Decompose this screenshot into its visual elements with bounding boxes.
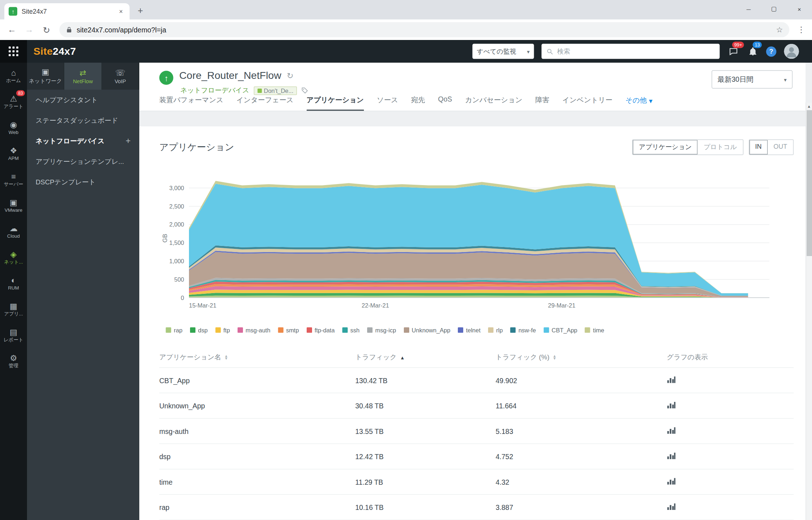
sidebar-item-vmware[interactable]: ▣VMware: [0, 192, 27, 218]
notifications-button[interactable]: 13: [747, 45, 759, 57]
menu-item-app-templates[interactable]: アプリケーションテンプレ...: [27, 151, 139, 172]
legend-item-CBT_App[interactable]: CBT_App: [543, 327, 577, 333]
forward-button[interactable]: →: [22, 22, 37, 37]
graph-cell: [667, 494, 794, 520]
scroll-up-icon[interactable]: ▲: [806, 103, 812, 109]
search-input[interactable]: [557, 48, 715, 55]
column-header-3[interactable]: トラフィック (%)▲▼: [496, 348, 667, 368]
show-graph-icon[interactable]: [667, 504, 676, 512]
monitor-tab-active[interactable]: アプリケーション: [306, 95, 364, 111]
legend-label: dsp: [198, 327, 208, 333]
show-graph-icon[interactable]: [667, 377, 676, 385]
new-tab-button[interactable]: +: [133, 3, 148, 18]
monitor-tab[interactable]: カンバセーション: [465, 95, 522, 111]
monitor-tab[interactable]: ソース: [377, 95, 398, 111]
legend-item-msg-icp[interactable]: msg-icp: [367, 327, 396, 333]
show-graph-icon[interactable]: [667, 479, 676, 487]
time-range-dropdown[interactable]: 最新30日間 ▾: [712, 70, 793, 89]
legend-item-ftp[interactable]: ftp: [215, 327, 230, 333]
sidebar-item-network[interactable]: ◈ネット...: [0, 244, 27, 270]
reload-button[interactable]: ↻: [39, 22, 54, 37]
refresh-monitor-icon[interactable]: ↻: [287, 71, 294, 81]
column-header-2[interactable]: トラフィック▲: [355, 348, 496, 368]
sidebar-item-report[interactable]: ▤レポート: [0, 322, 27, 348]
sidebar-item-admin[interactable]: ⚙管理: [0, 348, 27, 374]
monitor-tag[interactable]: Don't_De...: [253, 86, 297, 95]
legend-item-telnet[interactable]: telnet: [458, 327, 481, 333]
app-header: Site24x7 すべての監視 ▾ 99+ 13 ?: [0, 40, 812, 63]
show-graph-icon[interactable]: [667, 428, 676, 436]
global-search[interactable]: [542, 44, 720, 59]
monitor-tab[interactable]: 障害: [535, 95, 549, 111]
menu-item-help-assistant[interactable]: ヘルプアシスタント: [27, 90, 139, 110]
show-graph-icon[interactable]: [667, 453, 676, 462]
apps-grid-button[interactable]: [0, 40, 27, 63]
legend-item-rlp[interactable]: rlp: [488, 327, 503, 333]
legend-item-dsp[interactable]: dsp: [190, 327, 208, 333]
menu-item-status-dashboard[interactable]: ステータスダッシュボード: [27, 110, 139, 131]
legend-label: msg-auth: [245, 327, 270, 333]
sidebar-item-app[interactable]: ▦アプリ...: [0, 296, 27, 322]
legend-label: msg-icp: [375, 327, 396, 333]
add-netflow-device-button[interactable]: +: [126, 136, 131, 146]
show-graph-icon[interactable]: [667, 403, 676, 411]
browser-menu-icon[interactable]: ⋮: [795, 25, 808, 35]
sidebar-item-rum[interactable]: ◐RUM: [0, 270, 27, 296]
view-toggle-option[interactable]: プロトコル: [698, 140, 743, 155]
view-toggle-option[interactable]: アプリケーション: [633, 140, 698, 155]
scrollbar-thumb[interactable]: [807, 110, 812, 256]
close-button[interactable]: ×: [787, 0, 812, 18]
legend-item-smtp[interactable]: smtp: [278, 327, 299, 333]
legend-item-nsw-fe[interactable]: nsw-fe: [510, 327, 536, 333]
legend-item-rap[interactable]: rap: [166, 327, 182, 333]
svg-text:15-Mar-21: 15-Mar-21: [189, 302, 216, 309]
sidebar-item-apm[interactable]: ❖APM: [0, 140, 27, 166]
column-header-1[interactable]: アプリケーション名▲▼: [159, 348, 356, 368]
applications-panel: アプリケーション アプリケーションプロトコル INOUT 05001,0001,…: [139, 126, 806, 520]
direction-toggle-option[interactable]: OUT: [767, 140, 793, 155]
direction-toggle-option[interactable]: IN: [749, 140, 767, 155]
module-tab-network[interactable]: ▣ネットワーク: [27, 63, 64, 90]
tab-close-icon[interactable]: ×: [117, 7, 125, 16]
sidebar-item-web[interactable]: ◉Web: [0, 115, 27, 140]
browser-tab[interactable]: ↑ Site24x7 ×: [4, 3, 130, 19]
minimize-button[interactable]: ─: [736, 0, 762, 18]
tag-icon[interactable]: [301, 87, 308, 94]
tag-label: Don't_De...: [264, 87, 293, 94]
maximize-button[interactable]: ▢: [761, 0, 787, 18]
svg-text:500: 500: [174, 276, 184, 283]
monitor-tab[interactable]: 装置パフォーマンス: [159, 95, 224, 111]
menu-item-dscp-templates[interactable]: DSCPテンプレート: [27, 172, 139, 192]
monitor-tab[interactable]: その他▾: [626, 95, 653, 111]
module-tab-netflow[interactable]: ⇄NetFlow: [64, 63, 102, 90]
feedback-chat-button[interactable]: 99+: [727, 45, 739, 57]
monitor-type-link[interactable]: ネットフローデバイス: [180, 86, 249, 95]
sidebar-item-cloud[interactable]: ☁Cloud: [0, 218, 27, 244]
legend-item-ssh[interactable]: ssh: [342, 327, 360, 333]
table-row: time11.29 TB4.32: [159, 469, 794, 495]
url-text: site24x7.com/app/demo?l=ja: [77, 26, 772, 34]
address-bar[interactable]: site24x7.com/app/demo?l=ja ☆: [59, 22, 789, 37]
menu-item-netflow-devices[interactable]: ネットフローデバイス+: [27, 131, 139, 151]
page-scrollbar[interactable]: ▲ ▼: [806, 103, 812, 520]
monitor-tab[interactable]: QoS: [438, 95, 452, 111]
sidebar-item-home[interactable]: ⌂ホーム: [0, 63, 27, 89]
bookmark-star-icon[interactable]: ☆: [776, 26, 783, 34]
monitor-tab[interactable]: 宛先: [411, 95, 425, 111]
legend-item-time[interactable]: time: [585, 327, 604, 333]
sidebar-item-alerts[interactable]: ⚠83アラート: [0, 89, 27, 115]
legend-item-ftp-data[interactable]: ftp-data: [306, 327, 334, 333]
user-avatar[interactable]: [784, 44, 799, 59]
traffic-area-chart[interactable]: 05001,0001,5002,0002,5003,000GB15-Mar-21…: [159, 163, 799, 325]
monitor-tab[interactable]: インターフェース: [236, 95, 294, 111]
legend-item-msg-auth[interactable]: msg-auth: [238, 327, 270, 333]
monitor-tab[interactable]: インベントリー: [562, 95, 612, 111]
legend-item-Unknown_App[interactable]: Unknown_App: [403, 327, 450, 333]
monitor-scope-dropdown[interactable]: すべての監視 ▾: [473, 44, 534, 59]
back-button[interactable]: ←: [4, 22, 19, 37]
sidebar-item-server[interactable]: ≡サーバー: [0, 166, 27, 192]
site24x7-logo[interactable]: Site24x7: [33, 45, 76, 57]
help-button[interactable]: ?: [766, 46, 777, 57]
module-tab-voip[interactable]: ☏VoIP: [102, 63, 139, 90]
app-name-cell: Unknown_App: [159, 393, 356, 418]
